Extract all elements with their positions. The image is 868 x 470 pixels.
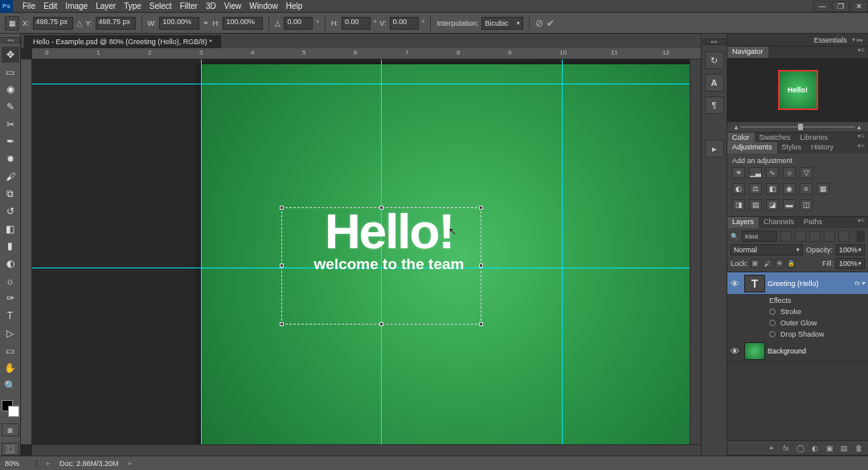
link-xy-icon[interactable]: △ bbox=[76, 18, 83, 27]
layer-style-icon[interactable]: fx bbox=[780, 443, 792, 454]
cancel-transform-icon[interactable]: ⊘ bbox=[535, 18, 543, 29]
visibility-toggle-icon[interactable]: 👁 bbox=[727, 346, 742, 356]
y-input[interactable]: 498.75 px bbox=[96, 17, 136, 30]
paragraph-icon[interactable]: ¶ bbox=[705, 96, 724, 114]
eraser-tool[interactable]: ◧ bbox=[2, 221, 19, 237]
crop-tool[interactable]: ✂ bbox=[2, 116, 19, 133]
guide-vertical[interactable] bbox=[562, 59, 563, 444]
brush-tool[interactable]: 🖌 bbox=[2, 169, 19, 185]
marquee-tool[interactable]: ▭ bbox=[2, 64, 19, 80]
horizontal-ruler[interactable]: 0 1 2 3 4 5 6 7 8 9 10 11 12 bbox=[32, 48, 701, 59]
hand-tool[interactable]: ✋ bbox=[2, 360, 19, 376]
pen-tool[interactable]: ✑ bbox=[2, 291, 19, 307]
fx-indicator[interactable]: fx ▾ bbox=[855, 280, 868, 287]
maximize-button[interactable]: ❐ bbox=[832, 1, 850, 12]
menu-edit[interactable]: Edit bbox=[43, 2, 57, 10]
character-icon[interactable]: A bbox=[705, 74, 724, 92]
transform-reference-icon[interactable]: ▦ bbox=[5, 16, 19, 31]
link-wh-icon[interactable]: ⚭ bbox=[203, 18, 209, 27]
menu-type[interactable]: Type bbox=[124, 2, 141, 10]
gradientmap-adjustment-icon[interactable]: ▬ bbox=[783, 199, 796, 210]
levels-adjustment-icon[interactable]: ▁▃ bbox=[749, 167, 762, 178]
history-tab[interactable]: History bbox=[806, 142, 838, 153]
shape-tool[interactable]: ▭ bbox=[2, 343, 19, 359]
effect-toggle[interactable] bbox=[769, 309, 776, 315]
new-group-icon[interactable]: ▣ bbox=[823, 443, 836, 454]
photofilter-adjustment-icon[interactable]: ◉ bbox=[783, 183, 796, 194]
guide-vertical[interactable] bbox=[201, 59, 202, 444]
eyedropper-tool[interactable]: ✒ bbox=[2, 133, 19, 149]
screen-mode-toggle[interactable]: ⿴ bbox=[2, 443, 19, 456]
layer-name[interactable]: Background bbox=[768, 347, 868, 355]
blend-mode-dropdown[interactable]: Normal bbox=[731, 244, 803, 255]
filter-type-icon[interactable] bbox=[809, 231, 821, 242]
filter-smart-icon[interactable] bbox=[838, 231, 850, 242]
colorbalance-adjustment-icon[interactable]: ⚖ bbox=[749, 183, 762, 194]
styles-tab[interactable]: Styles bbox=[777, 142, 807, 153]
menu-view[interactable]: View bbox=[224, 2, 242, 10]
filter-toggle[interactable] bbox=[857, 231, 865, 242]
layer-mask-icon[interactable]: ◯ bbox=[794, 443, 807, 454]
adjustment-layer-icon[interactable]: ◐ bbox=[809, 443, 821, 454]
threshold-adjustment-icon[interactable]: ◪ bbox=[766, 199, 779, 210]
delete-layer-icon[interactable]: 🗑 bbox=[852, 443, 865, 454]
layers-tab[interactable]: Layers bbox=[727, 217, 759, 228]
menu-select[interactable]: Select bbox=[149, 2, 172, 10]
filter-pixel-icon[interactable] bbox=[780, 231, 792, 242]
posterize-adjustment-icon[interactable]: ▤ bbox=[749, 199, 762, 210]
vertical-ruler[interactable] bbox=[21, 59, 32, 444]
type-tool[interactable]: T bbox=[2, 308, 19, 324]
layer-filter-kind-dropdown[interactable]: Kind bbox=[742, 231, 777, 242]
menu-help[interactable]: Help bbox=[286, 2, 303, 10]
close-button[interactable]: ✕ bbox=[850, 1, 868, 12]
effect-name[interactable]: Drop Shadow bbox=[780, 330, 825, 338]
interpolation-dropdown[interactable]: Bicubic bbox=[481, 17, 523, 30]
filter-shape-icon[interactable] bbox=[824, 231, 835, 242]
menu-image[interactable]: Image bbox=[65, 2, 88, 10]
navigator-tab[interactable]: Navigator bbox=[727, 47, 768, 58]
panel-menu-icon[interactable]: ▾≡ bbox=[854, 47, 868, 58]
layer-row[interactable]: 👁 T Greeting (Hello) fx ▾ bbox=[727, 272, 868, 295]
layer-row[interactable]: 👁 Background bbox=[727, 340, 868, 362]
commit-transform-icon[interactable]: ✔ bbox=[547, 18, 555, 29]
link-layers-icon[interactable]: ⚭ bbox=[765, 443, 778, 454]
status-arrow-icon[interactable]: ▸ bbox=[47, 460, 50, 467]
colorlookup-adjustment-icon[interactable]: ▦ bbox=[817, 183, 829, 194]
lock-transparent-icon[interactable]: ▦ bbox=[751, 259, 760, 268]
quick-mask-toggle[interactable]: ◙ bbox=[2, 423, 19, 436]
horizontal-scrollbar[interactable] bbox=[32, 444, 701, 456]
path-select-tool[interactable]: ▷ bbox=[2, 325, 19, 341]
panel-menu-icon[interactable]: ▾≡ bbox=[854, 142, 868, 153]
zoom-tool[interactable]: 🔍 bbox=[2, 378, 19, 394]
foreground-background-swatch[interactable] bbox=[2, 400, 19, 418]
invert-adjustment-icon[interactable]: ◨ bbox=[732, 199, 745, 210]
dock-expand-handle[interactable]: ▸▸ bbox=[703, 39, 726, 45]
lasso-tool[interactable]: ◉ bbox=[2, 81, 19, 97]
layer-name[interactable]: Greeting (Hello) bbox=[768, 280, 855, 288]
opacity-input[interactable]: 100% bbox=[836, 244, 865, 255]
paths-tab[interactable]: Paths bbox=[799, 217, 827, 228]
minimize-button[interactable]: — bbox=[813, 1, 831, 12]
filter-adjustment-icon[interactable] bbox=[795, 231, 806, 242]
channelmixer-adjustment-icon[interactable]: ≡ bbox=[800, 183, 813, 194]
menu-3d[interactable]: 3D bbox=[206, 2, 216, 10]
navigator-preview[interactable]: Hello! bbox=[727, 58, 868, 122]
effect-toggle[interactable] bbox=[769, 320, 776, 326]
menu-window[interactable]: Window bbox=[249, 2, 278, 10]
workspace-switcher[interactable]: Essentials ▾ ▸▸ bbox=[727, 34, 868, 47]
w-input[interactable]: 100.00% bbox=[159, 17, 199, 30]
document-tab[interactable]: Hello - Example.psd @ 80% (Greeting (Hel… bbox=[24, 35, 221, 48]
vertical-scrollbar[interactable] bbox=[690, 59, 701, 444]
h-input[interactable]: 100.00% bbox=[223, 17, 263, 30]
doc-info[interactable]: Doc: 2.86M/3.20M bbox=[59, 460, 119, 468]
zoom-out-icon[interactable]: ▲ bbox=[732, 124, 740, 131]
effect-name[interactable]: Outer Glow bbox=[780, 319, 817, 327]
fill-input[interactable]: 100% bbox=[836, 258, 865, 269]
stamp-tool[interactable]: ⧉ bbox=[2, 186, 19, 202]
canvas-viewport[interactable]: Hello! welcome to the team ↖ bbox=[32, 59, 690, 444]
menu-filter[interactable]: Filter bbox=[180, 2, 198, 10]
lock-all-icon[interactable]: 🔒 bbox=[787, 259, 796, 268]
zoom-in-icon[interactable]: ▲ bbox=[855, 124, 863, 131]
exposure-adjustment-icon[interactable]: ☼ bbox=[783, 167, 796, 178]
panel-menu-icon[interactable]: ▾≡ bbox=[854, 217, 868, 228]
